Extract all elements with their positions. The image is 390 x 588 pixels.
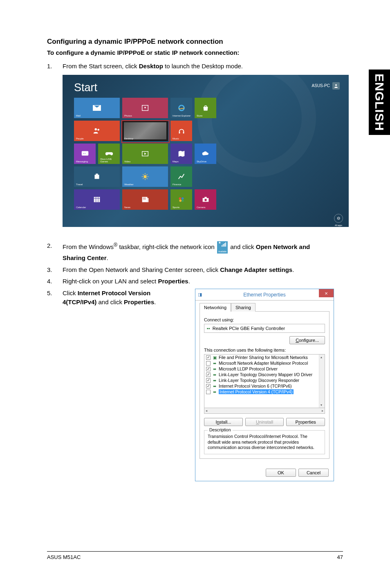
tile-sports[interactable]: Sports: [170, 189, 192, 210]
ethernet-properties-dialog: ◨ Ethernet Properties × Networking Shari…: [195, 289, 334, 481]
checkbox[interactable]: ✓: [206, 355, 211, 360]
dialog-title: Ethernet Properties: [243, 292, 285, 298]
tile-store[interactable]: Store: [195, 98, 216, 118]
horizontal-scrollbar[interactable]: ◂▸: [204, 408, 325, 414]
section-subheading: To configure a dynamic IP/PPPoE or stati…: [47, 49, 334, 56]
uninstall-button: Uninstall: [245, 418, 284, 426]
ok-button[interactable]: OK: [266, 469, 296, 477]
step-number: 2.: [47, 241, 63, 263]
vertical-scrollbar[interactable]: ▴▾: [319, 355, 325, 408]
svg-line-23: [143, 178, 144, 179]
tile-maps[interactable]: Maps: [170, 144, 192, 164]
tile-camera[interactable]: Camera: [195, 189, 216, 210]
list-item[interactable]: ✓▣File and Printer Sharing for Microsoft…: [204, 355, 325, 360]
svg-rect-7: [96, 173, 98, 175]
page-footer: ASUS M51AC 47: [47, 551, 343, 560]
language-tab: ENGLISH: [369, 70, 390, 135]
items-label: This connection uses the following items…: [204, 348, 325, 352]
checkbox[interactable]: ✓: [206, 367, 211, 371]
tile-people[interactable]: People: [74, 121, 120, 141]
item-label: Internet Protocol Version 6 (TCP/IPv6): [219, 384, 292, 388]
list-item[interactable]: ✓⬌Link-Layer Topology Discovery Mapper I…: [204, 372, 325, 377]
tile-finance[interactable]: Finance: [170, 166, 192, 187]
item-label: Link-Layer Topology Discovery Mapper I/O…: [219, 372, 312, 377]
checkbox[interactable]: ✓: [206, 390, 211, 394]
connect-using-label: Connect using:: [204, 317, 325, 322]
protocol-icon: ⬌: [212, 378, 217, 383]
protocol-icon: ⬌: [212, 361, 217, 366]
tile-games[interactable]: Xbox LIVE Games: [98, 144, 120, 164]
cancel-button[interactable]: Cancel: [298, 469, 329, 477]
share-icon: ▣: [212, 355, 217, 360]
list-item[interactable]: ✓⬌Internet Protocol Version 4 (TCP/IPv4): [204, 389, 325, 395]
section-heading: Configuring a dynamic IP/PPPoE network c…: [47, 38, 334, 46]
svg-point-37: [204, 199, 207, 201]
start-screen: Start ASUS-PC Mail People Messaging Xbox…: [63, 75, 349, 227]
tab-sharing[interactable]: Sharing: [231, 303, 256, 312]
tile-messaging[interactable]: Messaging: [74, 144, 96, 164]
install-button[interactable]: Install...: [204, 418, 243, 426]
tile-video[interactable]: Video: [122, 144, 168, 164]
item-label: Microsoft LLDP Protocol Driver: [219, 366, 278, 371]
step-text: Right-click on your LAN and select Prope…: [63, 277, 334, 286]
step-number: 1.: [47, 62, 63, 71]
user-name: ASUS-PC: [312, 83, 330, 88]
list-item[interactable]: ⬌Microsoft Network Adapter Multiplexor P…: [204, 360, 325, 366]
svg-point-32: [179, 197, 181, 200]
step-number: 4.: [47, 277, 63, 286]
svg-point-4: [83, 153, 84, 154]
description-group: Description Transmission Control Protoco…: [204, 430, 325, 454]
item-label: Microsoft Network Adapter Multiplexor Pr…: [219, 361, 308, 366]
tile-news[interactable]: News: [122, 189, 168, 210]
step-3: 3. From the Open Network and Sharing Cen…: [47, 265, 334, 274]
user-avatar-icon: [332, 82, 340, 90]
tile-music[interactable]: Music: [170, 121, 192, 141]
svg-rect-6: [95, 175, 99, 179]
svg-point-34: [179, 200, 182, 202]
tile-travel[interactable]: Travel: [74, 166, 120, 187]
description-text: Transmission Control Protocol/Internet P…: [208, 434, 321, 451]
protocol-icon: ⬌: [212, 390, 217, 394]
tile-photos[interactable]: Photos: [122, 98, 168, 118]
tile-weather[interactable]: Weather: [122, 166, 168, 187]
protocol-icon: ⬌: [212, 384, 217, 388]
close-button[interactable]: ×: [319, 289, 334, 297]
checkbox[interactable]: [206, 361, 211, 366]
description-legend: Description: [208, 427, 233, 432]
list-item[interactable]: ✓⬌Internet Protocol Version 6 (TCP/IPv6): [204, 383, 325, 389]
configure-button[interactable]: Configure...: [289, 336, 325, 344]
svg-point-2: [97, 129, 99, 131]
step-number: 3.: [47, 265, 63, 274]
svg-point-5: [85, 153, 85, 154]
checkbox[interactable]: ✓: [206, 373, 211, 377]
tab-networking[interactable]: Networking: [199, 303, 231, 312]
svg-rect-31: [183, 132, 184, 134]
item-label: Internet Protocol Version 4 (TCP/IPv4): [219, 389, 294, 394]
step-2: 2. From the Windows® taskbar, right-clic…: [47, 241, 334, 263]
adapter-name: Realtek PCIe GBE Family Controller: [213, 326, 285, 331]
svg-point-33: [182, 197, 184, 200]
svg-point-14: [144, 107, 146, 108]
properties-button[interactable]: Properties: [286, 418, 325, 426]
all-apps-button[interactable]: ⊖All apps: [334, 214, 343, 223]
svg-line-21: [143, 174, 144, 175]
list-item[interactable]: ✓⬌Link-Layer Topology Discovery Responde…: [204, 377, 325, 383]
checkbox[interactable]: ✓: [206, 378, 211, 383]
svg-point-16: [143, 175, 146, 178]
step-text: From the Open Network and Sharing Center…: [63, 265, 334, 274]
network-tray-icon[interactable]: Available: [217, 241, 228, 254]
svg-line-24: [147, 174, 148, 175]
tile-skydrive[interactable]: SkyDrive: [195, 144, 216, 164]
checkbox[interactable]: ✓: [206, 384, 211, 388]
protocol-icon: ⬌: [212, 367, 217, 371]
user-badge[interactable]: ASUS-PC: [312, 82, 340, 90]
list-item[interactable]: ✓⬌Microsoft LLDP Protocol Driver: [204, 366, 325, 372]
connection-items-list[interactable]: ✓▣File and Printer Sharing for Microsoft…: [204, 354, 325, 408]
svg-line-22: [147, 178, 148, 179]
tile-mail[interactable]: Mail: [74, 98, 120, 118]
tile-calendar[interactable]: Calendar: [74, 189, 120, 210]
footer-page-number: 47: [337, 554, 343, 560]
tile-ie[interactable]: Internet Explorer: [170, 98, 192, 118]
tile-desktop[interactable]: Desktop: [122, 121, 168, 141]
step-4: 4. Right-click on your LAN and select Pr…: [47, 277, 334, 286]
